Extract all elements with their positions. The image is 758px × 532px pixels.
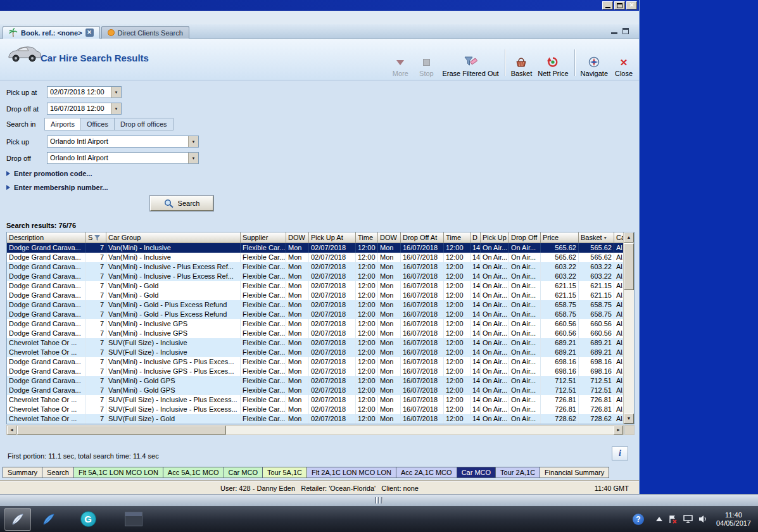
search-in-dropoff-offices[interactable]: Drop off offices <box>115 118 173 130</box>
table-row[interactable]: Dodge Grand Carava...7Van(Mini) - Gold G… <box>7 386 623 395</box>
tab-booking-ref[interactable]: Book. ref.: <none> ✕ <box>3 26 100 39</box>
table-row[interactable]: Dodge Grand Carava...7Van(Mini) - GoldFl… <box>7 281 623 291</box>
table-row[interactable]: Dodge Grand Carava...7Van(Mini) - Inclus… <box>7 357 623 367</box>
bottom-tab[interactable]: Flt 2A,1C LON MCO LON <box>306 467 396 478</box>
nett-price-button[interactable]: Nett Price <box>538 56 568 77</box>
panel-minimize-button[interactable] <box>611 32 617 34</box>
table-row[interactable]: Dodge Grand Carava...7Van(Mini) - GoldFl… <box>7 291 623 300</box>
pickup-location-combo[interactable]: Orlando Intl Airport ▼ <box>47 136 199 148</box>
table-row[interactable]: Chevrolet Tahoe Or ...7SUV(Full Size) - … <box>7 405 623 414</box>
taskbar-feather-app-button[interactable] <box>35 508 62 531</box>
search-in-airports[interactable]: Airports <box>45 118 81 130</box>
vertical-scrollbar[interactable]: ▲ ▼ <box>623 232 634 424</box>
table-row[interactable]: Dodge Grand Carava...7Van(Mini) - Inclus… <box>7 367 623 376</box>
col-header-basket[interactable]: Basket▾ <box>579 232 614 243</box>
col-header-dow2[interactable]: DOW <box>378 232 401 243</box>
table-row[interactable]: Dodge Grand Carava...7Van(Mini) - Inclus… <box>7 243 623 253</box>
table-row[interactable]: Dodge Grand Carava...7Van(Mini) - Inclus… <box>7 319 623 329</box>
bottom-tab[interactable]: Acc 2A,1C MCO <box>396 467 457 478</box>
bottom-tab[interactable]: Tour 2A,1C <box>495 467 540 478</box>
bottom-tab[interactable]: Flt 5A,1C LON MCO LON <box>73 467 163 478</box>
more-button[interactable]: More <box>390 56 410 77</box>
table-cell: On Air... <box>481 386 509 395</box>
vertical-scroll-thumb[interactable] <box>624 243 634 290</box>
scroll-left-button[interactable]: ◄ <box>7 426 16 434</box>
info-button[interactable]: i <box>612 446 628 460</box>
table-cell: Flexible Car... <box>241 319 286 329</box>
dropdown-arrow-icon[interactable]: ▼ <box>188 153 198 163</box>
col-header-seats[interactable]: S <box>86 232 106 243</box>
table-row[interactable]: Dodge Grand Carava...7Van(Mini) - Gold -… <box>7 300 623 310</box>
bottom-tab[interactable]: Financial Summary <box>540 467 609 478</box>
taskbar-window-app-button[interactable] <box>120 508 147 531</box>
table-row[interactable]: Chevrolet Tahoe Or ...7SUV(Full Size) - … <box>7 348 623 357</box>
col-header-car-group[interactable]: Car Group <box>106 232 241 243</box>
horizontal-scroll-thumb[interactable] <box>17 426 226 434</box>
tray-expand-arrow-icon[interactable] <box>656 517 662 521</box>
col-header-price[interactable]: Price <box>541 232 579 243</box>
basket-button[interactable]: Basket <box>511 56 533 77</box>
membership-number-expander[interactable]: Enter membership number... <box>6 184 108 191</box>
maximize-button[interactable] <box>614 1 625 10</box>
table-row[interactable]: Chevrolet Tahoe Or ...7SUV(Full Size) - … <box>7 338 623 348</box>
dropdown-arrow-icon[interactable]: ▼ <box>188 136 198 147</box>
bottom-tab[interactable]: Acc 5A,1C MCO <box>163 467 224 478</box>
table-cell: Al... <box>614 357 623 367</box>
dropoff-location-combo[interactable]: Orlando Intl Airport ▼ <box>47 152 199 164</box>
erase-filtered-out-button[interactable]: Erase Filtered Out <box>442 56 498 77</box>
search-in-offices[interactable]: Offices <box>81 118 115 130</box>
window-titlebar[interactable]: : x7yLz44HfJ) ✕ <box>0 0 639 11</box>
col-header-pickup-at[interactable]: Pick Up At <box>309 232 356 243</box>
table-row[interactable]: Dodge Grand Carava...7Van(Mini) - Inclus… <box>7 262 623 272</box>
col-header-supplier[interactable]: Supplier <box>241 232 286 243</box>
minimize-button[interactable] <box>602 1 613 10</box>
col-header-description[interactable]: Description <box>7 232 86 243</box>
stop-button[interactable]: Stop <box>416 56 436 77</box>
taskbar-g-app-button[interactable]: G <box>75 508 101 531</box>
panel-restore-button[interactable] <box>622 28 629 34</box>
table-row[interactable]: Dodge Grand Carava...7Van(Mini) - Inclus… <box>7 329 623 338</box>
close-panel-button[interactable]: ✕ Close <box>614 56 634 77</box>
navigate-button[interactable]: Navigate <box>581 56 608 77</box>
dropdown-arrow-icon[interactable]: ▼ <box>111 87 121 98</box>
table-row[interactable]: Chevrolet Tahoe Or ...7SUV(Full Size) - … <box>7 395 623 405</box>
close-window-button[interactable]: ✕ <box>626 1 637 10</box>
dock-grip-handle[interactable] <box>375 497 382 504</box>
horizontal-scrollbar[interactable]: ◄ ► <box>6 425 624 435</box>
bottom-tab[interactable]: Car MCO <box>457 467 496 478</box>
taskbar-clock[interactable]: 11:40 04/05/2017 <box>713 511 754 528</box>
help-icon[interactable]: ? <box>633 514 644 525</box>
table-row[interactable]: Dodge Grand Carava...7Van(Mini) - Inclus… <box>7 272 623 281</box>
table-row[interactable]: Dodge Grand Carava...7Van(Mini) - Gold G… <box>7 376 623 386</box>
bottom-tab[interactable]: Search <box>42 467 74 478</box>
scroll-right-button[interactable]: ► <box>614 426 623 434</box>
table-row[interactable]: Chevrolet Tahoe Or ...7SUV(Full Size) - … <box>7 414 623 424</box>
dropoff-datetime-combo[interactable]: 16/07/2018 12:00 ▼ <box>47 103 122 115</box>
scroll-down-button[interactable]: ▼ <box>624 414 634 424</box>
search-button[interactable]: Search <box>150 196 213 211</box>
scroll-up-button[interactable]: ▲ <box>624 232 634 243</box>
col-header-dow1[interactable]: DOW <box>286 232 309 243</box>
tab-close-button[interactable]: ✕ <box>85 28 94 37</box>
table-cell: Van(Mini) - Inclusive GPS <box>106 329 241 338</box>
col-header-days[interactable]: D <box>471 232 481 243</box>
taskbar-quill-app-button[interactable] <box>4 508 31 531</box>
table-cell: Mon <box>378 395 401 405</box>
col-header-pickup[interactable]: Pick Up <box>481 232 509 243</box>
promotion-code-expander[interactable]: Enter promotion code... <box>6 170 92 177</box>
pickup-datetime-combo[interactable]: 02/07/2018 12:00 ▼ <box>47 86 122 98</box>
col-header-dropoff[interactable]: Drop Off <box>509 232 541 243</box>
col-header-time1[interactable]: Time <box>356 232 378 243</box>
tab-direct-clients-search[interactable]: Direct Clients Search <box>101 26 189 39</box>
bottom-tab[interactable]: Summary <box>3 467 42 478</box>
speaker-icon[interactable] <box>698 515 707 523</box>
table-row[interactable]: Dodge Grand Carava...7Van(Mini) - Gold -… <box>7 310 623 319</box>
flag-alert-icon[interactable] <box>668 515 678 524</box>
col-header-dropoff-at[interactable]: Drop Off At <box>401 232 444 243</box>
network-monitor-icon[interactable] <box>683 515 693 523</box>
col-header-time2[interactable]: Time <box>444 232 471 243</box>
bottom-tab[interactable]: Car MCO <box>224 467 263 478</box>
bottom-tab[interactable]: Tour 5A,1C <box>262 467 307 478</box>
dropdown-arrow-icon[interactable]: ▼ <box>111 103 121 114</box>
table-row[interactable]: Dodge Grand Carava...7Van(Mini) - Inclus… <box>7 253 623 262</box>
